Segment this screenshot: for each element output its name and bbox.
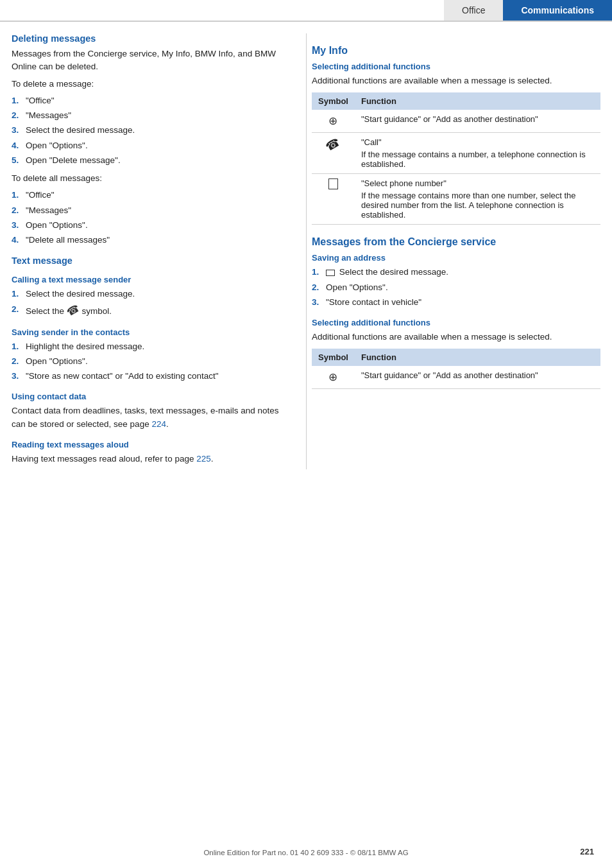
footer-text: Online Edition for Part no. 01 40 2 609 … — [203, 849, 408, 856]
list-item: 2. Select the ☎ symbol. — [12, 303, 291, 318]
page-link-225[interactable]: 225 — [196, 454, 211, 464]
table-header-function: Function — [355, 92, 600, 110]
table-header-symbol: Symbol — [312, 349, 355, 366]
list-item: 2.Open "Options". — [312, 281, 600, 294]
list-item: 2."Messages" — [12, 204, 291, 217]
saving-sender-steps: 1.Highlight the desired message. 2.Open … — [12, 340, 291, 383]
delete-all-steps: 1."Office" 2."Messages" 3.Open "Options"… — [12, 189, 291, 247]
footer-page-number: 221 — [580, 847, 594, 856]
function-text: "Start guidance" or "Add as another dest… — [355, 110, 600, 133]
tab-communications[interactable]: Communications — [503, 0, 612, 21]
saving-sender-title: Saving sender in the contacts — [12, 327, 291, 337]
text-message-section: Text message Calling a text message send… — [12, 256, 291, 465]
function-text: "Select phone number" If the message con… — [355, 174, 600, 225]
my-info-section: My Info Selecting additional functions A… — [312, 45, 600, 225]
list-item: 1."Office" — [12, 189, 291, 202]
phone-icon: ☎ — [64, 300, 82, 320]
function-text: "Call" If the message contains a number,… — [355, 133, 600, 174]
list-item: 1.Highlight the desired message. — [12, 340, 291, 353]
delete-all-label: To delete all messages: — [12, 172, 291, 185]
contact-data-title: Using contact data — [12, 392, 291, 401]
concierge-section: Messages from the Concierge service Savi… — [312, 236, 600, 389]
tab-office[interactable]: Office — [444, 0, 503, 21]
deleting-messages-section: Deleting messages Messages from the Conc… — [12, 33, 291, 247]
list-item: 3.Select the desired message. — [12, 124, 291, 137]
symbol-phone-box — [312, 174, 355, 225]
my-info-selecting-text: Additional functions are available when … — [312, 74, 600, 87]
concierge-selecting-text: Additional functions are available when … — [312, 331, 600, 343]
symbol-phone: ☎ — [312, 133, 355, 174]
symbol-nav: ⊕ — [312, 110, 355, 133]
list-item: 1.Select the desired message. — [12, 288, 291, 300]
concierge-symbol-table: Symbol Function ⊕ "Start guidance" or "A… — [312, 349, 600, 389]
table-row: ⊕ "Start guidance" or "Add as another de… — [312, 366, 600, 389]
list-item: 4.Open "Options". — [12, 139, 291, 152]
footer: Online Edition for Part no. 01 40 2 609 … — [0, 849, 612, 856]
table-header-function: Function — [355, 349, 600, 366]
list-item: 4."Delete all messages" — [12, 234, 291, 247]
text-message-title: Text message — [12, 256, 291, 266]
page-link-224[interactable]: 224 — [151, 419, 166, 429]
my-info-selecting-title: Selecting additional functions — [312, 62, 600, 71]
deleting-messages-title: Deleting messages — [12, 33, 291, 44]
list-item: 3."Store as new contact" or "Add to exis… — [12, 370, 291, 383]
left-column: Deleting messages Messages from the Conc… — [12, 33, 306, 469]
table-row: ☎ "Call" If the message contains a numbe… — [312, 133, 600, 174]
function-text: "Start guidance" or "Add as another dest… — [355, 366, 600, 389]
phone-call-icon: ☎ — [323, 135, 343, 154]
table-header-symbol: Symbol — [312, 92, 355, 110]
concierge-selecting-title: Selecting additional functions — [312, 318, 600, 327]
list-item: 3.Open "Options". — [12, 219, 291, 232]
list-item: 2."Messages" — [12, 109, 291, 122]
navigation-icon: ⊕ — [328, 115, 337, 127]
navigation-icon: ⊕ — [328, 371, 337, 383]
my-info-title: My Info — [312, 45, 600, 56]
delete-one-label: To delete a message: — [12, 78, 291, 91]
main-content: Deleting messages Messages from the Conc… — [0, 22, 612, 469]
right-column: My Info Selecting additional functions A… — [306, 33, 600, 469]
my-info-symbol-table: Symbol Function ⊕ "Start guidance" or "A… — [312, 92, 600, 225]
concierge-saving-title: Saving an address — [312, 253, 600, 263]
list-item: 5.Open "Delete message". — [12, 154, 291, 167]
concierge-title: Messages from the Concierge service — [312, 236, 600, 248]
delete-one-steps: 1."Office" 2."Messages" 3.Select the des… — [12, 94, 291, 167]
envelope-icon — [326, 270, 335, 276]
list-item: 1. Select the desired message. — [312, 266, 600, 279]
deleting-messages-intro: Messages from the Concierge service, My … — [12, 48, 291, 74]
calling-steps: 1.Select the desired message. 2. Select … — [12, 288, 291, 318]
concierge-saving-steps: 1. Select the desired message. 2.Open "O… — [312, 266, 600, 309]
list-item: 1."Office" — [12, 94, 291, 107]
reading-text: Having text messages read aloud, refer t… — [12, 453, 291, 465]
calling-title: Calling a text message sender — [12, 275, 291, 284]
list-item: 2.Open "Options". — [12, 355, 291, 368]
phone-box-icon — [328, 178, 338, 189]
table-row: "Select phone number" If the message con… — [312, 174, 600, 225]
table-row: ⊕ "Start guidance" or "Add as another de… — [312, 110, 600, 133]
reading-title: Reading text messages aloud — [12, 440, 291, 449]
contact-data-text: Contact data from deadlines, tasks, text… — [12, 404, 291, 431]
list-item: 3."Store contact in vehicle" — [312, 296, 600, 309]
symbol-nav: ⊕ — [312, 366, 355, 389]
header: Office Communications — [0, 0, 612, 22]
